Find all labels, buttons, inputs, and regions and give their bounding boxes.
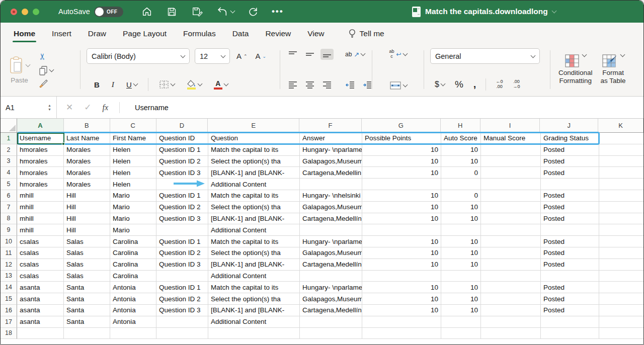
tell-me-button[interactable]: Tell me [348, 28, 384, 39]
cell-A17[interactable]: asanta [17, 316, 64, 328]
cell-J16[interactable]: Posted [541, 305, 599, 316]
cell-B2[interactable]: Morales [64, 144, 110, 156]
cell-B12[interactable]: Salas [64, 259, 110, 271]
cell-K16[interactable] [599, 305, 643, 316]
cell-E17[interactable]: Additional Content [208, 316, 300, 328]
cell-C4[interactable]: Helen [110, 167, 156, 179]
cell-G7[interactable]: 10 [362, 202, 441, 213]
cell-G11[interactable]: 10 [362, 247, 441, 259]
cell-I9[interactable] [481, 224, 541, 236]
cell-K6[interactable] [599, 190, 643, 202]
wrap-text-button[interactable]: ab c ↩ [387, 48, 408, 60]
cell-C8[interactable]: Mario [110, 213, 156, 225]
cell-C15[interactable]: Antonia [110, 293, 156, 305]
cell-H17[interactable] [441, 316, 481, 328]
cell-I8[interactable] [481, 213, 541, 225]
cell-D8[interactable]: Question ID 3 [156, 213, 208, 225]
tab-insert[interactable]: Insert [52, 23, 71, 44]
cell-J12[interactable]: Posted [541, 259, 599, 271]
align-top-button[interactable] [286, 49, 299, 60]
cell-B3[interactable]: Morales [64, 156, 110, 167]
redo-icon[interactable] [247, 5, 260, 18]
cell-G3[interactable]: 10 [362, 156, 441, 167]
cell-I3[interactable] [481, 156, 541, 167]
save-as-icon[interactable] [191, 5, 204, 18]
cell-H16[interactable]: 10 [441, 305, 481, 316]
home-icon[interactable] [140, 5, 153, 18]
cell-G17[interactable] [362, 316, 441, 328]
cell-E2[interactable]: Match the capital to its [208, 144, 300, 156]
cell-F13[interactable] [300, 271, 362, 282]
tab-draw[interactable]: Draw [88, 23, 106, 44]
align-middle-button[interactable] [303, 49, 316, 60]
cell-K4[interactable] [599, 167, 643, 179]
cell-D2[interactable]: Question ID 1 [156, 144, 208, 156]
cell-F16[interactable]: Cartagena,Medellín [300, 305, 362, 316]
cell-H15[interactable]: 10 [441, 293, 481, 305]
cell-C18[interactable] [110, 328, 156, 339]
cell-E6[interactable]: Match the capital to its [208, 190, 300, 202]
cell-A3[interactable]: hmorales [17, 156, 64, 167]
cell-K8[interactable] [599, 213, 643, 225]
cell-J1[interactable]: Grading Status [541, 133, 599, 144]
cell-F1[interactable]: Answer [300, 133, 362, 144]
cell-G8[interactable]: 10 [362, 213, 441, 225]
cell-K1[interactable] [599, 133, 643, 144]
cell-A15[interactable]: asanta [17, 293, 64, 305]
cell-C5[interactable]: Helen [110, 179, 156, 190]
save-icon[interactable] [166, 5, 179, 18]
decrease-decimal-button[interactable]: .00 →0 [511, 78, 521, 91]
cell-D6[interactable]: Question ID 1 [156, 190, 208, 202]
align-right-button[interactable] [320, 79, 334, 91]
cell-G15[interactable]: 10 [362, 293, 441, 305]
cell-B11[interactable]: Salas [64, 247, 110, 259]
cell-A1[interactable]: Username [17, 133, 64, 144]
cell-K11[interactable] [599, 247, 643, 259]
column-header-H[interactable]: H [441, 119, 480, 133]
cell-A12[interactable]: csalas [17, 259, 64, 271]
minimize-button[interactable] [22, 9, 28, 15]
cell-F12[interactable]: Cartagena,Medellín [300, 259, 362, 271]
cell-I16[interactable] [481, 305, 541, 316]
cell-G2[interactable]: 10 [362, 144, 441, 156]
cell-E4[interactable]: [BLANK-1] and [BLANK- [208, 167, 300, 179]
cell-B10[interactable]: Salas [64, 236, 110, 247]
row-header-3[interactable]: 3 [1, 156, 17, 167]
cell-A11[interactable]: csalas [17, 247, 64, 259]
cell-I5[interactable] [481, 179, 541, 190]
underline-button[interactable]: U [125, 79, 139, 90]
cell-E3[interactable]: Select the option(s) tha [208, 156, 300, 167]
cell-D14[interactable]: Question ID 1 [156, 282, 208, 293]
cell-K5[interactable] [599, 179, 643, 190]
row-header-5[interactable]: 5 [1, 179, 17, 190]
cell-J14[interactable]: Posted [541, 282, 599, 293]
cell-B1[interactable]: Last Name [64, 133, 110, 144]
paste-button[interactable] [8, 55, 31, 75]
cell-C2[interactable]: Helen [110, 144, 156, 156]
cell-G12[interactable]: 10 [362, 259, 441, 271]
cell-E7[interactable]: Select the option(s) tha [208, 202, 300, 213]
cell-A10[interactable]: csalas [17, 236, 64, 247]
cell-J2[interactable]: Posted [541, 144, 599, 156]
cell-K9[interactable] [599, 224, 643, 236]
cell-H13[interactable] [441, 271, 481, 282]
column-header-C[interactable]: C [110, 119, 156, 133]
cell-D16[interactable]: Question ID 3 [156, 305, 208, 316]
cell-F11[interactable]: Galapagos,Museum [300, 247, 362, 259]
row-header-9[interactable]: 9 [1, 224, 17, 236]
cell-K18[interactable] [599, 328, 643, 339]
cell-F9[interactable] [300, 224, 362, 236]
cell-A8[interactable]: mhill [17, 213, 64, 225]
cell-E1[interactable]: Question [208, 133, 300, 144]
cell-D15[interactable]: Question ID 2 [156, 293, 208, 305]
cell-C7[interactable]: Mario [110, 202, 156, 213]
cell-D10[interactable]: Question ID 1 [156, 236, 208, 247]
close-button[interactable] [11, 9, 17, 15]
cell-J18[interactable] [541, 328, 599, 339]
cell-C1[interactable]: First Name [110, 133, 156, 144]
cell-D3[interactable]: Question ID 2 [156, 156, 208, 167]
cell-K17[interactable] [599, 316, 643, 328]
row-header-13[interactable]: 13 [1, 271, 17, 282]
row-header-4[interactable]: 4 [1, 167, 17, 179]
cell-F10[interactable]: Hungary- \nparlame [300, 236, 362, 247]
